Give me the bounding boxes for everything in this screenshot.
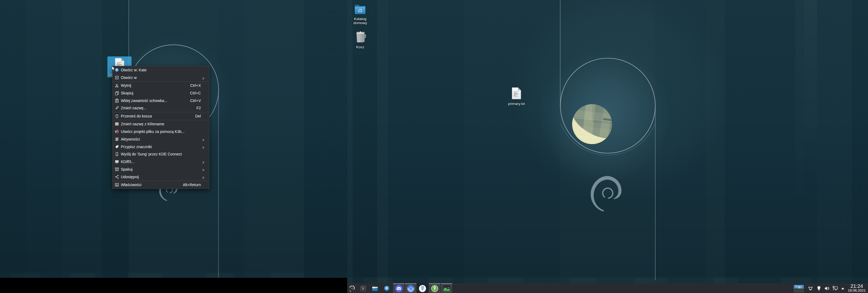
svg-text:B: B (117, 123, 119, 125)
